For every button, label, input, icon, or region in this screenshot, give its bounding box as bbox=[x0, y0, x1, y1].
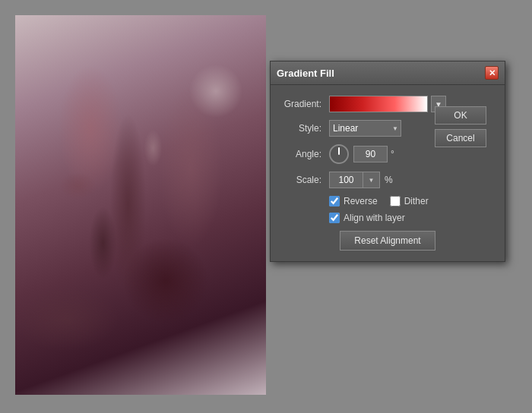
cancel-button[interactable]: Cancel bbox=[435, 129, 486, 147]
style-select[interactable]: Linear Radial Angle Reflected Diamond bbox=[329, 120, 401, 137]
gradient-preview[interactable] bbox=[329, 96, 428, 112]
scale-dropdown-arrow[interactable]: ▼ bbox=[363, 172, 380, 188]
dither-checkbox[interactable] bbox=[390, 196, 401, 206]
action-buttons: OK Cancel bbox=[435, 106, 486, 147]
scale-row: Scale: ▼ % bbox=[280, 172, 496, 188]
dither-checkbox-item[interactable]: Dither bbox=[390, 196, 429, 206]
gradient-fill-dialog: Gradient Fill ✕ OK Cancel Gradient: ▼ St… bbox=[270, 61, 505, 262]
close-button[interactable]: ✕ bbox=[485, 66, 499, 80]
align-checkbox-item[interactable]: Align with layer bbox=[329, 213, 405, 223]
style-select-wrapper: Linear Radial Angle Reflected Diamond bbox=[329, 120, 401, 137]
align-row: Align with layer bbox=[280, 213, 496, 223]
scale-input[interactable] bbox=[329, 172, 363, 188]
ok-button[interactable]: OK bbox=[435, 106, 486, 125]
dither-label: Dither bbox=[404, 196, 429, 206]
reset-alignment-button[interactable]: Reset Alignment bbox=[340, 231, 435, 251]
dialog-body: OK Cancel Gradient: ▼ Style: Linear Radi… bbox=[280, 96, 496, 251]
angle-input[interactable] bbox=[353, 146, 388, 162]
reverse-dither-row: Reverse Dither bbox=[280, 196, 496, 206]
scale-label: Scale: bbox=[280, 175, 321, 185]
scale-input-group: ▼ bbox=[329, 172, 380, 188]
percent-symbol: % bbox=[385, 175, 393, 185]
align-checkbox[interactable] bbox=[329, 213, 340, 223]
canvas-artwork bbox=[15, 15, 266, 395]
dialog-content: OK Cancel Gradient: ▼ Style: Linear Radi… bbox=[271, 85, 505, 261]
style-label: Style: bbox=[280, 123, 321, 134]
degree-symbol: ° bbox=[391, 149, 394, 159]
reverse-label: Reverse bbox=[344, 196, 378, 206]
angle-dial[interactable] bbox=[329, 144, 349, 164]
angle-label: Angle: bbox=[280, 149, 321, 159]
align-layer-label: Align with layer bbox=[344, 213, 405, 223]
reverse-checkbox-item[interactable]: Reverse bbox=[329, 196, 378, 206]
dialog-title: Gradient Fill bbox=[277, 68, 334, 79]
gradient-preview-wrapper: ▼ bbox=[329, 96, 446, 112]
dialog-titlebar: Gradient Fill ✕ bbox=[271, 61, 505, 85]
reverse-checkbox[interactable] bbox=[329, 196, 340, 206]
gradient-label: Gradient: bbox=[280, 99, 321, 109]
